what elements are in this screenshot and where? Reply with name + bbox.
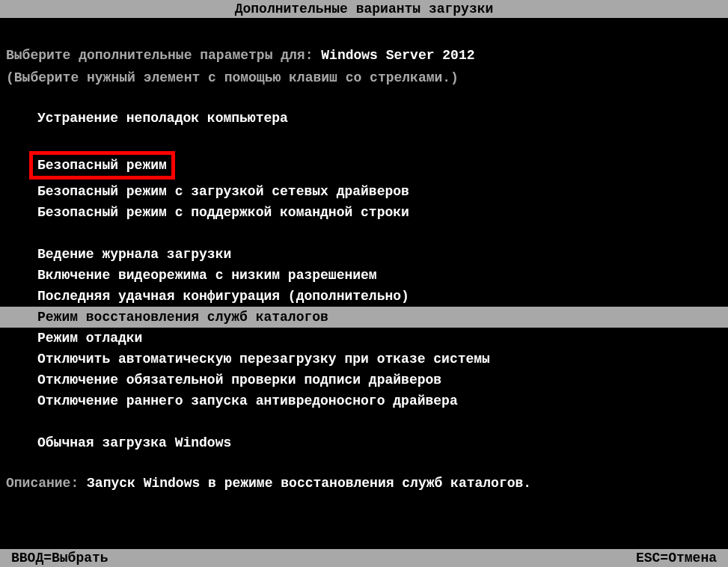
boot-options-list: Устранение неполадок компьютера Безопасн… — [0, 108, 728, 453]
prompt-section: Выберите дополнительные параметры для: W… — [0, 18, 728, 108]
option-disable-auto-restart[interactable]: Отключить автоматическую перезагрузку пр… — [37, 349, 728, 370]
title-text: Дополнительные варианты загрузки — [235, 1, 494, 16]
title-bar: Дополнительные варианты загрузки — [0, 0, 728, 18]
description-label: Описание: — [6, 476, 79, 491]
option-debug-mode[interactable]: Режим отладки — [37, 328, 728, 349]
option-last-known-good[interactable]: Последняя удачная конфигурация (дополнит… — [37, 286, 728, 307]
option-disable-early-antimalware[interactable]: Отключение раннего запуска антивредоносн… — [37, 390, 728, 411]
option-normal-boot[interactable]: Обычная загрузка Windows — [37, 432, 728, 453]
spacer — [37, 411, 728, 432]
option-safe-mode[interactable]: Безопасный режим — [37, 150, 728, 181]
option-low-res-video[interactable]: Включение видеорежима с низким разрешени… — [37, 265, 728, 286]
footer-select-hint: ВВОД=Выбрать — [11, 551, 108, 566]
os-name: Windows Server 2012 — [321, 48, 474, 63]
footer-bar: ВВОД=Выбрать ESC=Отмена — [0, 549, 728, 567]
highlight-box: Безопасный режим — [29, 151, 175, 180]
description-section: Описание: Запуск Windows в режиме восста… — [0, 453, 728, 491]
description-text: Запуск Windows в режиме восстановления с… — [87, 476, 531, 491]
option-dsrm[interactable]: Режим восстановления служб каталогов — [0, 307, 728, 328]
option-disable-driver-signature[interactable]: Отключение обязательной проверки подписи… — [37, 370, 728, 390]
instruction-text: (Выберите нужный элемент с помощью клави… — [6, 70, 722, 85]
prompt-prefix: Выберите дополнительные параметры для: — [6, 48, 313, 63]
footer-cancel-hint: ESC=Отмена — [636, 551, 717, 566]
prompt-line: Выберите дополнительные параметры для: W… — [6, 48, 722, 63]
spacer — [37, 129, 728, 150]
content-area: Выберите дополнительные параметры для: W… — [0, 18, 728, 549]
option-boot-logging[interactable]: Ведение журнала загрузки — [37, 244, 728, 265]
option-safe-mode-networking[interactable]: Безопасный режим с загрузкой сетевых дра… — [37, 181, 728, 202]
spacer — [37, 223, 728, 244]
option-safe-mode-cmd[interactable]: Безопасный режим с поддержкой командной … — [37, 202, 728, 223]
option-repair-computer[interactable]: Устранение неполадок компьютера — [37, 108, 728, 129]
